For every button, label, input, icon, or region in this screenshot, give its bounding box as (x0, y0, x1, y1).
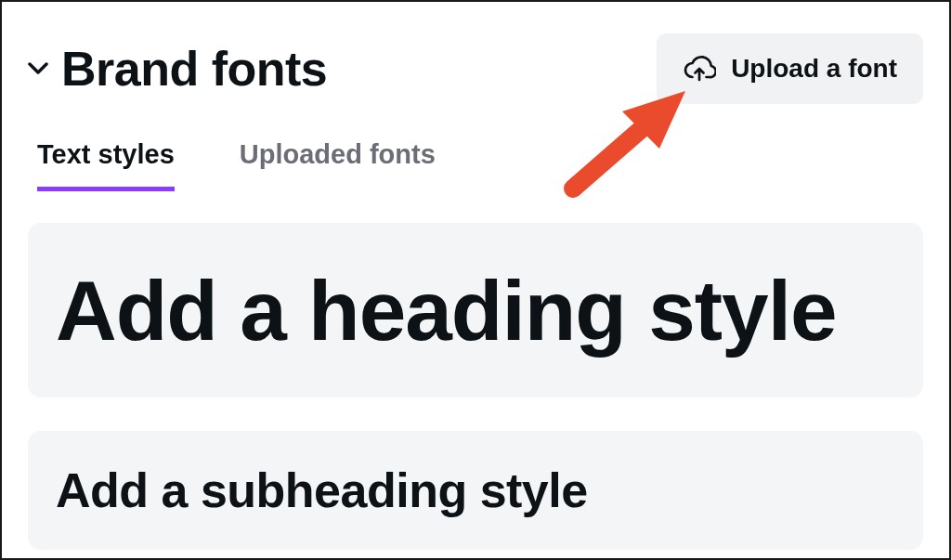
chevron-down-icon (28, 62, 48, 75)
page-title: Brand fonts (61, 41, 327, 97)
add-subheading-style-card[interactable]: Add a subheading style (28, 431, 923, 550)
tab-uploaded-fonts[interactable]: Uploaded fonts (240, 139, 436, 191)
heading-style-label: Add a heading style (56, 268, 837, 353)
header-row: Brand fonts Upload a font (28, 33, 923, 104)
upload-font-button[interactable]: Upload a font (657, 33, 923, 104)
cloud-upload-icon (683, 52, 716, 85)
add-heading-style-card[interactable]: Add a heading style (28, 223, 923, 397)
collapse-toggle[interactable] (28, 59, 48, 79)
tabs: Text styles Uploaded fonts (28, 139, 923, 191)
tab-text-styles[interactable]: Text styles (37, 139, 175, 191)
title-group: Brand fonts (28, 41, 327, 97)
upload-button-label: Upload a font (731, 54, 897, 84)
subheading-style-label: Add a subheading style (56, 462, 588, 518)
